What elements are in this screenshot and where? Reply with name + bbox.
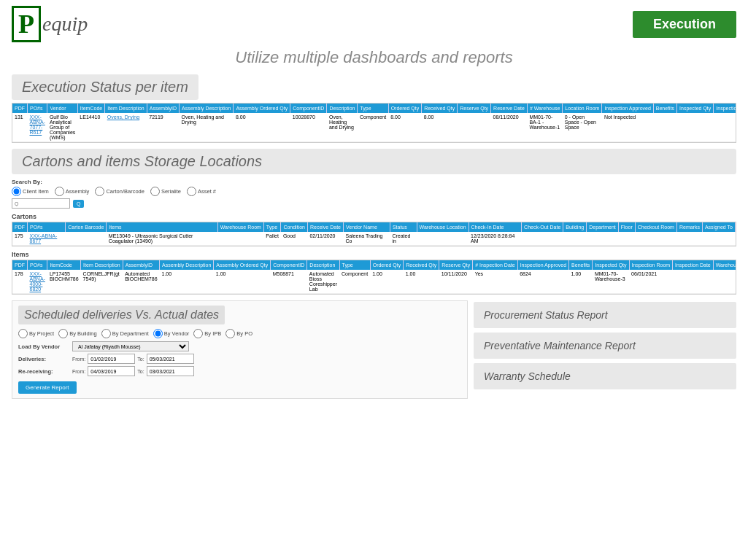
deliveries-date-range: From: To: (72, 354, 194, 364)
col-header: Assembly Description (180, 104, 234, 113)
to-label2: To: (137, 369, 144, 374)
deliveries-from-input[interactable] (88, 354, 135, 364)
col-header: Inspection Room (714, 104, 736, 113)
table-cell (713, 270, 736, 294)
receiving-from-input[interactable] (88, 366, 135, 376)
col-header: ComponentID (290, 104, 327, 113)
deliveries-to-input[interactable] (147, 354, 194, 364)
table-cell: ME13049 - Ultrasonic Surgical Cutter Coa… (107, 232, 217, 246)
col-header: Type (263, 222, 281, 232)
vendor-select[interactable]: Al Jafatay (Riyadh Mousse) (72, 341, 189, 351)
table-cell: Good (281, 232, 308, 246)
table-cell: 178 (12, 270, 28, 294)
table-cell (417, 232, 469, 246)
table-cell: 1.00 (370, 270, 404, 294)
table-cell[interactable]: Ovens, Drying (105, 113, 147, 142)
table-cell (458, 113, 491, 142)
table-cell (217, 232, 263, 246)
filter-by-building[interactable]: By Building (58, 329, 97, 338)
col-header: AssemblyID (147, 104, 179, 113)
radio-assembly[interactable]: Assembly (55, 187, 90, 196)
radio-asset[interactable]: Asset # (187, 187, 216, 196)
from-label: From: (72, 357, 85, 362)
sched-box: Scheduled deliveries Vs. Actual dates By… (12, 300, 468, 399)
header: P equip Execution (0, 0, 748, 45)
filter-row[interactable]: By Project By Building By Department By … (18, 329, 461, 338)
table-cell: 0 - Open Space - Open Space (563, 113, 602, 142)
col-header: Type (358, 104, 388, 113)
filter-by-project[interactable]: By Project (18, 329, 54, 338)
table-row: 178XXX-ABNA-4000-6820LP17455 BIOCHM786CO… (12, 270, 736, 294)
col-header: Condition (281, 222, 308, 232)
table-cell (714, 113, 736, 142)
col-header: Benefits (653, 104, 676, 113)
execution-status-table: PDFPO#sVendorItemCodeItem DescriptionAss… (12, 104, 736, 142)
table-cell (676, 232, 702, 246)
logo: P equip (12, 6, 88, 42)
preventative-maintenance-report-link[interactable]: Preventative Maintenance Report (474, 332, 736, 359)
col-header: Item Description (105, 104, 147, 113)
radio-group[interactable]: Client Item Assembly Carton/Barcode Seri… (12, 187, 736, 196)
procurement-status-report-link[interactable]: Procurement Status Report (474, 302, 736, 328)
col-header: Reserve Date (491, 104, 528, 113)
table-cell: Gulf Bio Analytical Group of Companies (… (47, 113, 77, 142)
search-input[interactable] (12, 198, 70, 209)
table-cell: Component (339, 270, 370, 294)
table-cell: 12/23/2020 8:28:84 AM (469, 232, 522, 246)
col-header: Items (107, 222, 217, 232)
section1-title: Execution Status per item (12, 74, 198, 100)
items-label: Items (12, 251, 736, 258)
col-header: PDF (12, 222, 28, 232)
filter-by-department[interactable]: By Department (101, 329, 149, 338)
table-cell: 10/11/2020 (439, 270, 473, 294)
receiving-label: Re-receiving: (18, 368, 69, 375)
col-header: Type (339, 260, 370, 270)
cartons-table: PDFPO#sCarton BarcodeItemsWarehouse Room… (12, 222, 736, 246)
warranty-schedule-link[interactable]: Warranty Schedule (474, 363, 736, 389)
table-cell[interactable]: XXX-ABNA-8677 (28, 232, 66, 246)
table-cell: M508871 (271, 270, 307, 294)
col-header: PO#s (28, 104, 47, 113)
filter-by-po[interactable]: By PO (225, 329, 252, 338)
table-row: 131XXX-ABNA-7077-R617Gulf Bio Analytical… (12, 113, 736, 142)
table-cell: Created in (390, 232, 417, 246)
table-cell: MM01-70-Warehouse-3 (593, 270, 629, 294)
filter-by-ipb[interactable]: By IPB (193, 329, 221, 338)
table-cell (66, 232, 107, 246)
bottom-row: Scheduled deliveries Vs. Actual dates By… (0, 300, 748, 399)
generate-report-button[interactable]: Generate Report (18, 381, 77, 394)
table-row: 175XXX-ABNA-8677ME13049 - Ultrasonic Sur… (12, 232, 736, 246)
receiving-to-input[interactable] (147, 366, 194, 376)
search-button[interactable]: Q (73, 200, 84, 208)
col-header: # Inspection Date (473, 260, 517, 270)
table-cell: 1.00 (160, 270, 214, 294)
search-area: Search By: Client Item Assembly Carton/B… (12, 179, 736, 209)
table-cell[interactable]: XXX-ABNA-7077-R617 (28, 113, 47, 142)
col-header: Assembly Ordered Qty (214, 260, 271, 270)
col-header: PO#s (28, 260, 47, 270)
table-cell (702, 232, 735, 246)
col-header: Inspected Qty (593, 260, 629, 270)
table-cell: Component (358, 113, 388, 142)
col-header: Check-Out Date (522, 222, 563, 232)
radio-serialite[interactable]: Serialite (150, 187, 181, 196)
col-header: ComponentID (271, 260, 307, 270)
col-header: Assigned To (702, 222, 735, 232)
table-cell: 72119 (147, 113, 179, 142)
col-header: Description (307, 260, 339, 270)
col-header: Item Description (81, 260, 123, 270)
col-header: Reserve Qty (458, 104, 491, 113)
col-header: Warehouse Room (217, 222, 263, 232)
table-cell (587, 232, 619, 246)
logo-box: P (12, 6, 41, 42)
radio-client-item[interactable]: Client Item (12, 187, 49, 196)
table-cell: 175 (12, 232, 28, 246)
table-cell: LP17455 BIOCHM786 (47, 270, 81, 294)
table-cell: 06/01/2021 (629, 270, 673, 294)
col-header: Inspection Approved (602, 104, 653, 113)
col-header: Assembly Ordered Qty (234, 104, 290, 113)
filter-by-vendor[interactable]: By Vendor (153, 329, 190, 338)
table-cell[interactable]: XXX-ABNA-4000-6820 (28, 270, 47, 294)
table-cell: 8.00 (234, 113, 290, 142)
radio-carton[interactable]: Carton/Barcode (95, 187, 144, 196)
